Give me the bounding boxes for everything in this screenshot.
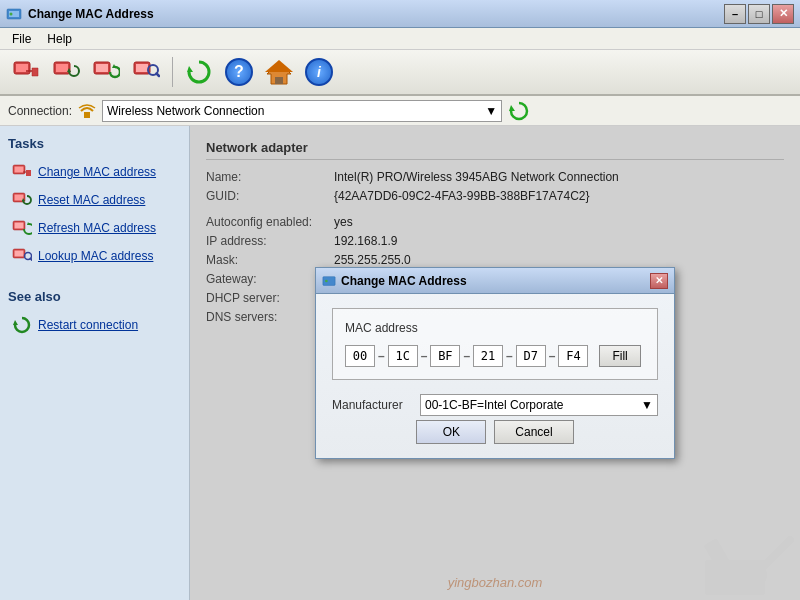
mac-sep-4: – — [506, 349, 513, 363]
app-icon — [6, 6, 22, 22]
modal-overlay: Change MAC Address ✕ MAC address – – – — [190, 126, 800, 600]
title-bar: Change MAC Address – □ ✕ — [0, 0, 800, 28]
mac-octet-5[interactable] — [516, 345, 546, 367]
svg-rect-26 — [15, 195, 24, 201]
window-controls: – □ ✕ — [724, 4, 794, 24]
svg-line-15 — [157, 74, 160, 77]
reset-mac-icon — [52, 58, 80, 86]
mac-octet-2[interactable] — [388, 345, 418, 367]
sidebar-reset-label: Reset MAC address — [38, 193, 145, 207]
connection-refresh-icon[interactable] — [508, 100, 530, 122]
refresh-mac-icon-toolbar — [92, 58, 120, 86]
svg-marker-35 — [13, 320, 18, 325]
sidebar: Tasks Change MAC address Reset MAC addre… — [0, 126, 190, 600]
toolbar-home[interactable] — [261, 54, 297, 90]
mac-address-group: MAC address – – – – – — [332, 308, 658, 380]
tasks-title: Tasks — [8, 136, 181, 151]
manufacturer-label: Manufacturer — [332, 398, 412, 412]
connection-label: Connection: — [8, 104, 72, 118]
see-also-title: See also — [8, 289, 181, 304]
toolbar-refresh-mac[interactable] — [88, 54, 124, 90]
sidebar-item-restart[interactable]: Restart connection — [8, 312, 181, 338]
sidebar-refresh-label: Refresh MAC address — [38, 221, 156, 235]
change-mac-modal: Change MAC Address ✕ MAC address – – – — [315, 267, 675, 459]
toolbar-info[interactable]: i — [301, 54, 337, 90]
toolbar: ? i — [0, 50, 800, 96]
toolbar-help[interactable]: ? — [221, 54, 257, 90]
minimize-button[interactable]: – — [724, 4, 746, 24]
sidebar-item-change-mac[interactable]: Change MAC address — [8, 159, 181, 185]
modal-buttons: OK Cancel — [332, 420, 658, 444]
menu-bar: File Help — [0, 28, 800, 50]
modal-app-icon — [322, 274, 336, 288]
wireless-icon — [78, 102, 96, 120]
modal-title-text: Change MAC Address — [341, 274, 650, 288]
modal-title-bar: Change MAC Address ✕ — [316, 268, 674, 294]
maximize-button[interactable]: □ — [748, 4, 770, 24]
main-area: Tasks Change MAC address Reset MAC addre… — [0, 126, 800, 600]
sidebar-item-lookup-mac[interactable]: Lookup MAC address — [8, 243, 181, 269]
mac-sep-1: – — [378, 349, 385, 363]
mac-octet-1[interactable] — [345, 345, 375, 367]
svg-rect-29 — [15, 223, 24, 229]
mac-input-row: – – – – – Fill — [345, 345, 645, 367]
sidebar-item-refresh-mac[interactable]: Refresh MAC address — [8, 215, 181, 241]
sidebar-change-label: Change MAC address — [38, 165, 156, 179]
connection-dropdown-icon: ▼ — [485, 104, 497, 118]
change-mac-icon — [12, 58, 40, 86]
manufacturer-dropdown-icon: ▼ — [641, 398, 653, 412]
toolbar-lookup-mac[interactable] — [128, 54, 164, 90]
svg-rect-13 — [136, 64, 148, 72]
svg-marker-16 — [187, 66, 193, 72]
close-button[interactable]: ✕ — [772, 4, 794, 24]
connection-bar: Connection: Wireless Network Connection … — [0, 96, 800, 126]
restart-icon — [12, 315, 32, 335]
svg-point-41 — [325, 279, 328, 282]
sidebar-item-reset-mac[interactable]: Reset MAC address — [8, 187, 181, 213]
modal-close-button[interactable]: ✕ — [650, 273, 668, 289]
toolbar-reset-mac[interactable] — [48, 54, 84, 90]
svg-rect-7 — [56, 64, 68, 72]
lookup-icon — [12, 246, 32, 266]
ok-button[interactable]: OK — [416, 420, 486, 444]
svg-marker-19 — [265, 60, 293, 72]
mac-octet-6[interactable] — [558, 345, 588, 367]
svg-rect-18 — [275, 77, 283, 84]
svg-rect-40 — [323, 276, 335, 285]
cancel-button[interactable]: Cancel — [494, 420, 573, 444]
connection-value: Wireless Network Connection — [107, 104, 264, 118]
mac-sep-3: – — [463, 349, 470, 363]
svg-rect-20 — [84, 112, 90, 118]
svg-point-2 — [10, 12, 13, 15]
svg-rect-32 — [15, 251, 24, 257]
mac-group-title: MAC address — [345, 321, 645, 335]
toolbar-refresh[interactable] — [181, 54, 217, 90]
refresh-sidebar-icon — [12, 218, 32, 238]
manufacturer-row: Manufacturer 00-1C-BF=Intel Corporate ▼ — [332, 394, 658, 416]
menu-help[interactable]: Help — [39, 30, 80, 48]
toolbar-sep-1 — [172, 57, 173, 87]
manufacturer-select[interactable]: 00-1C-BF=Intel Corporate ▼ — [420, 394, 658, 416]
change-icon — [12, 162, 32, 182]
fill-button[interactable]: Fill — [599, 345, 640, 367]
mac-sep-2: – — [421, 349, 428, 363]
mac-octet-3[interactable] — [430, 345, 460, 367]
lookup-mac-icon — [132, 58, 160, 86]
reset-icon — [12, 190, 32, 210]
home-icon — [265, 58, 293, 86]
svg-rect-10 — [96, 64, 108, 72]
svg-line-34 — [31, 259, 33, 261]
manufacturer-value: 00-1C-BF=Intel Corporate — [425, 398, 563, 412]
mac-octet-4[interactable] — [473, 345, 503, 367]
svg-marker-21 — [509, 105, 515, 111]
see-also-section: See also Restart connection — [8, 289, 181, 338]
menu-file[interactable]: File — [4, 30, 39, 48]
title-text: Change MAC Address — [28, 7, 724, 21]
toolbar-change-mac[interactable] — [8, 54, 44, 90]
refresh-icon — [185, 58, 213, 86]
connection-select[interactable]: Wireless Network Connection ▼ — [102, 100, 502, 122]
sidebar-lookup-label: Lookup MAC address — [38, 249, 153, 263]
content-area: Network adapter Name: Intel(R) PRO/Wirel… — [190, 126, 800, 600]
sidebar-restart-label: Restart connection — [38, 318, 138, 332]
svg-rect-23 — [15, 167, 24, 173]
